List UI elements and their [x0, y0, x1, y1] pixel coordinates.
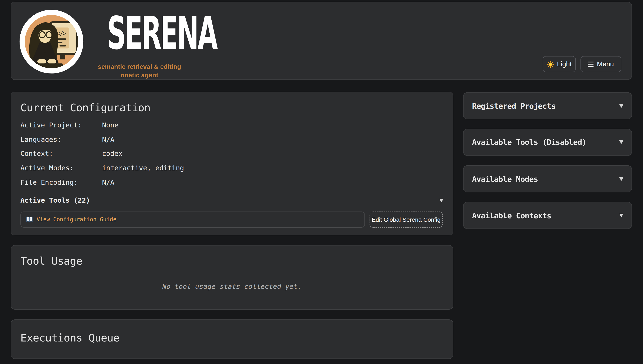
triangle-down-icon: [619, 140, 623, 144]
sun-icon: [547, 60, 554, 68]
config-rows: Active Project: None Languages: N/A Cont…: [21, 118, 444, 190]
serena-dashboard: </> SERENA: [0, 0, 643, 364]
config-label: Context:: [21, 150, 102, 158]
configuration-guide-box: View Configuration Guide: [21, 212, 365, 228]
config-row-file-encoding: File Encoding: N/A: [21, 175, 444, 190]
menu-button-label: Menu: [597, 60, 614, 68]
brand-wordmark: SERENA: [107, 2, 172, 55]
config-actions: View Configuration Guide Edit Global Ser…: [21, 212, 444, 228]
config-label: Active Project:: [21, 121, 102, 129]
sidebar-section-label: Available Modes: [472, 174, 538, 183]
theme-toggle-label: Light: [557, 60, 572, 68]
logo: SERENA semantic retrieval & editing noet…: [84, 2, 195, 79]
config-value: interactive, editing: [102, 164, 184, 172]
tool-usage-title: Tool Usage: [21, 255, 444, 268]
config-row-active-modes: Active Modes: interactive, editing: [21, 161, 444, 175]
tagline-line1: semantic retrieval & editing: [84, 62, 195, 71]
tagline-line2: noetic agent: [84, 71, 195, 79]
sidebar-section-label: Registered Projects: [472, 101, 556, 110]
config-label: File Encoding:: [21, 178, 102, 186]
view-configuration-guide-link[interactable]: View Configuration Guide: [37, 216, 117, 223]
config-value: codex: [102, 150, 122, 158]
config-row-context: Context: codex: [21, 146, 444, 161]
sidebar-section-label: Available Contexts: [472, 211, 551, 220]
triangle-down-icon: [619, 177, 623, 181]
sidebar-section-available-modes[interactable]: Available Modes: [463, 165, 632, 192]
open-book-icon: [26, 216, 33, 223]
hamburger-icon: [588, 62, 594, 67]
config-value: N/A: [102, 178, 114, 186]
config-label: Active Modes:: [21, 164, 102, 172]
serena-avatar-icon: </>: [19, 9, 84, 74]
config-row-languages: Languages: N/A: [21, 132, 444, 146]
triangle-down-icon: [619, 214, 623, 217]
config-value: None: [102, 121, 118, 129]
active-tools-toggle[interactable]: Active Tools (22): [21, 193, 444, 208]
config-label: Languages:: [21, 136, 102, 144]
sidebar-section-label: Available Tools (Disabled): [472, 138, 586, 146]
triangle-down-icon: [439, 199, 444, 202]
active-tools-label: Active Tools (22): [21, 196, 90, 204]
executions-queue-title: Executions Queue: [21, 332, 444, 344]
sidebar-section-registered-projects[interactable]: Registered Projects: [463, 92, 632, 119]
theme-toggle-button[interactable]: Light: [543, 56, 576, 72]
triangle-down-icon: [619, 104, 623, 108]
edit-global-serena-config-button[interactable]: Edit Global Serena Config: [369, 212, 443, 228]
header-actions: Light Menu: [543, 56, 621, 72]
executions-queue-panel: Executions Queue: [11, 320, 453, 359]
tool-usage-panel: Tool Usage No tool usage stats collected…: [11, 245, 453, 310]
config-row-active-project: Active Project: None: [21, 118, 444, 132]
menu-button[interactable]: Menu: [580, 56, 621, 72]
tool-usage-empty-message: No tool usage stats collected yet.: [21, 268, 444, 309]
current-configuration-title: Current Configuration: [21, 102, 444, 114]
config-value: N/A: [102, 136, 114, 144]
brand-tagline: semantic retrieval & editing noetic agen…: [84, 62, 195, 79]
header: </> SERENA: [11, 2, 632, 80]
sidebar-section-available-tools[interactable]: Available Tools (Disabled): [463, 128, 632, 156]
sidebar-section-available-contexts[interactable]: Available Contexts: [463, 202, 632, 229]
current-configuration-panel: Current Configuration Active Project: No…: [11, 92, 453, 235]
